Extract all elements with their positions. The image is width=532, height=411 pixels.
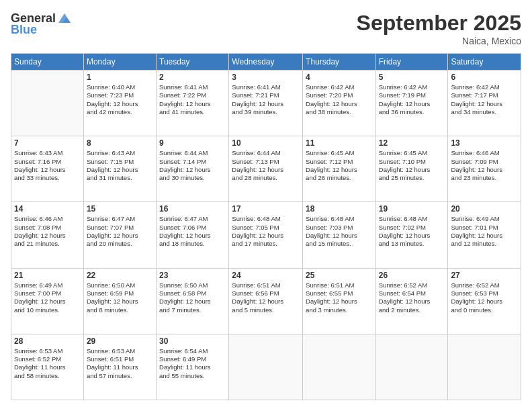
day-info: Sunrise: 6:49 AMSunset: 7:01 PMDaylight:… — [451, 215, 518, 248]
day-info: Sunrise: 6:45 AMSunset: 7:12 PMDaylight:… — [306, 149, 373, 182]
location: Naica, Mexico — [357, 36, 521, 46]
table-row: 19Sunrise: 6:48 AMSunset: 7:02 PMDayligh… — [375, 202, 448, 268]
day-number: 17 — [232, 204, 300, 214]
col-friday: Friday — [375, 54, 448, 71]
day-info: Sunrise: 6:42 AMSunset: 7:20 PMDaylight:… — [306, 83, 373, 116]
table-row: 10Sunrise: 6:44 AMSunset: 7:13 PMDayligh… — [229, 136, 303, 202]
table-row — [375, 334, 448, 400]
day-info: Sunrise: 6:48 AMSunset: 7:02 PMDaylight:… — [379, 215, 445, 248]
day-number: 18 — [306, 204, 373, 214]
day-number: 24 — [232, 271, 300, 280]
logo-icon — [57, 11, 72, 26]
table-row — [229, 334, 303, 400]
table-row: 21Sunrise: 6:49 AMSunset: 7:00 PMDayligh… — [11, 268, 84, 334]
day-info: Sunrise: 6:48 AMSunset: 7:03 PMDaylight:… — [306, 215, 373, 248]
day-number: 2 — [159, 73, 226, 82]
table-row: 6Sunrise: 6:42 AMSunset: 7:17 PMDaylight… — [448, 71, 521, 136]
day-info: Sunrise: 6:52 AMSunset: 6:53 PMDaylight:… — [451, 281, 518, 314]
calendar-header-row: Sunday Monday Tuesday Wednesday Thursday… — [11, 54, 521, 71]
day-number: 27 — [451, 271, 518, 280]
logo-blue: Blue — [11, 23, 37, 37]
day-number: 10 — [232, 138, 300, 148]
day-info: Sunrise: 6:44 AMSunset: 7:14 PMDaylight:… — [159, 149, 226, 182]
day-number: 26 — [379, 271, 445, 280]
day-info: Sunrise: 6:43 AMSunset: 7:15 PMDaylight:… — [87, 149, 153, 182]
day-info: Sunrise: 6:54 AMSunset: 6:49 PMDaylight:… — [159, 347, 226, 380]
day-number: 11 — [306, 138, 373, 148]
table-row: 14Sunrise: 6:46 AMSunset: 7:08 PMDayligh… — [11, 202, 84, 268]
day-info: Sunrise: 6:51 AMSunset: 6:56 PMDaylight:… — [232, 281, 300, 314]
day-info: Sunrise: 6:53 AMSunset: 6:52 PMDaylight:… — [14, 347, 81, 380]
day-info: Sunrise: 6:47 AMSunset: 7:06 PMDaylight:… — [159, 215, 226, 248]
day-number: 23 — [159, 271, 226, 280]
day-number: 16 — [159, 204, 226, 214]
day-number: 20 — [451, 204, 518, 214]
table-row: 26Sunrise: 6:52 AMSunset: 6:54 PMDayligh… — [375, 268, 448, 334]
calendar-week-row: 1Sunrise: 6:40 AMSunset: 7:23 PMDaylight… — [11, 71, 521, 136]
table-row: 15Sunrise: 6:47 AMSunset: 7:07 PMDayligh… — [83, 202, 156, 268]
day-number: 25 — [306, 271, 373, 280]
day-number: 13 — [451, 138, 518, 148]
day-info: Sunrise: 6:41 AMSunset: 7:21 PMDaylight:… — [232, 83, 300, 116]
table-row: 16Sunrise: 6:47 AMSunset: 7:06 PMDayligh… — [157, 202, 229, 268]
table-row: 23Sunrise: 6:50 AMSunset: 6:58 PMDayligh… — [157, 268, 229, 334]
day-info: Sunrise: 6:49 AMSunset: 7:00 PMDaylight:… — [14, 281, 81, 314]
table-row: 18Sunrise: 6:48 AMSunset: 7:03 PMDayligh… — [303, 202, 376, 268]
day-number: 28 — [14, 336, 81, 346]
table-row: 30Sunrise: 6:54 AMSunset: 6:49 PMDayligh… — [157, 334, 229, 400]
day-info: Sunrise: 6:44 AMSunset: 7:13 PMDaylight:… — [232, 149, 300, 182]
day-number: 15 — [87, 204, 153, 214]
header: General Blue September 2025 Naica, Mexic… — [11, 11, 521, 46]
table-row: 7Sunrise: 6:43 AMSunset: 7:16 PMDaylight… — [11, 136, 84, 202]
month-title: September 2025 — [357, 11, 521, 36]
day-info: Sunrise: 6:46 AMSunset: 7:08 PMDaylight:… — [14, 215, 81, 248]
day-number: 7 — [14, 138, 81, 148]
day-info: Sunrise: 6:51 AMSunset: 6:55 PMDaylight:… — [306, 281, 373, 314]
day-number: 29 — [87, 336, 153, 346]
day-info: Sunrise: 6:41 AMSunset: 7:22 PMDaylight:… — [159, 83, 226, 116]
table-row: 5Sunrise: 6:42 AMSunset: 7:19 PMDaylight… — [375, 71, 448, 136]
calendar-week-row: 21Sunrise: 6:49 AMSunset: 7:00 PMDayligh… — [11, 268, 521, 334]
table-row: 3Sunrise: 6:41 AMSunset: 7:21 PMDaylight… — [229, 71, 303, 136]
table-row: 4Sunrise: 6:42 AMSunset: 7:20 PMDaylight… — [303, 71, 376, 136]
day-info: Sunrise: 6:52 AMSunset: 6:54 PMDaylight:… — [379, 281, 445, 314]
table-row: 22Sunrise: 6:50 AMSunset: 6:59 PMDayligh… — [83, 268, 156, 334]
table-row: 13Sunrise: 6:46 AMSunset: 7:09 PMDayligh… — [448, 136, 521, 202]
table-row: 1Sunrise: 6:40 AMSunset: 7:23 PMDaylight… — [83, 71, 156, 136]
col-monday: Monday — [83, 54, 156, 71]
table-row: 17Sunrise: 6:48 AMSunset: 7:05 PMDayligh… — [229, 202, 303, 268]
table-row — [11, 71, 84, 136]
calendar: Sunday Monday Tuesday Wednesday Thursday… — [11, 53, 521, 400]
title-section: September 2025 Naica, Mexico — [357, 11, 521, 46]
table-row: 25Sunrise: 6:51 AMSunset: 6:55 PMDayligh… — [303, 268, 376, 334]
day-info: Sunrise: 6:40 AMSunset: 7:23 PMDaylight:… — [87, 83, 153, 116]
col-wednesday: Wednesday — [229, 54, 303, 71]
day-number: 14 — [14, 204, 81, 214]
day-info: Sunrise: 6:50 AMSunset: 6:58 PMDaylight:… — [159, 281, 226, 314]
day-number: 3 — [232, 73, 300, 82]
day-info: Sunrise: 6:53 AMSunset: 6:51 PMDaylight:… — [87, 347, 153, 380]
day-info: Sunrise: 6:50 AMSunset: 6:59 PMDaylight:… — [87, 281, 153, 314]
calendar-week-row: 7Sunrise: 6:43 AMSunset: 7:16 PMDaylight… — [11, 136, 521, 202]
table-row — [448, 334, 521, 400]
day-number: 5 — [379, 73, 445, 82]
table-row: 28Sunrise: 6:53 AMSunset: 6:52 PMDayligh… — [11, 334, 84, 400]
table-row: 20Sunrise: 6:49 AMSunset: 7:01 PMDayligh… — [448, 202, 521, 268]
table-row: 24Sunrise: 6:51 AMSunset: 6:56 PMDayligh… — [229, 268, 303, 334]
day-number: 19 — [379, 204, 445, 214]
table-row: 9Sunrise: 6:44 AMSunset: 7:14 PMDaylight… — [157, 136, 229, 202]
calendar-week-row: 14Sunrise: 6:46 AMSunset: 7:08 PMDayligh… — [11, 202, 521, 268]
day-number: 8 — [87, 138, 153, 148]
table-row — [303, 334, 376, 400]
col-saturday: Saturday — [448, 54, 521, 71]
col-sunday: Sunday — [11, 54, 84, 71]
day-info: Sunrise: 6:48 AMSunset: 7:05 PMDaylight:… — [232, 215, 300, 248]
table-row: 12Sunrise: 6:45 AMSunset: 7:10 PMDayligh… — [375, 136, 448, 202]
day-info: Sunrise: 6:47 AMSunset: 7:07 PMDaylight:… — [87, 215, 153, 248]
col-thursday: Thursday — [303, 54, 376, 71]
day-number: 4 — [306, 73, 373, 82]
calendar-week-row: 28Sunrise: 6:53 AMSunset: 6:52 PMDayligh… — [11, 334, 521, 400]
table-row: 11Sunrise: 6:45 AMSunset: 7:12 PMDayligh… — [303, 136, 376, 202]
day-number: 21 — [14, 271, 81, 280]
table-row: 8Sunrise: 6:43 AMSunset: 7:15 PMDaylight… — [83, 136, 156, 202]
